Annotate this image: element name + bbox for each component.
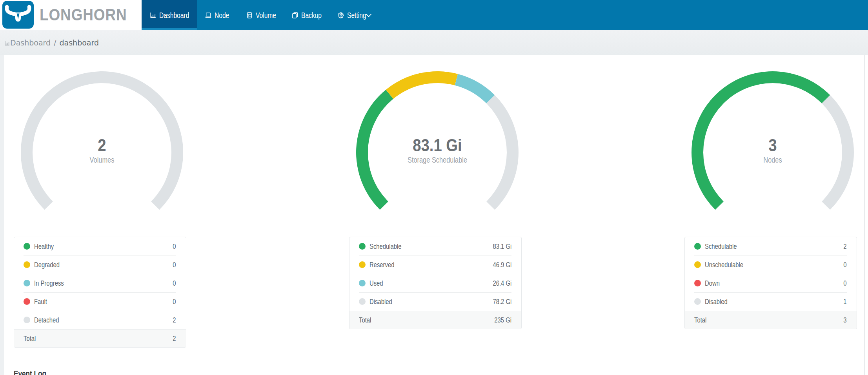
legend-dot (359, 280, 366, 286)
copy-icon (292, 12, 298, 18)
logo[interactable]: LONGHORN (0, 0, 142, 30)
event-log-title: Event Log (14, 369, 55, 375)
volumes-gauge-label: Volumes (90, 155, 115, 164)
legend-row: Disabled 78.2 Gi (349, 292, 521, 311)
legend-value: 2 (173, 316, 176, 324)
event-log-title-text: Event Log (14, 369, 46, 375)
breadcrumb: Dashboard / dashboard (0, 30, 868, 55)
legend-value: 46.9 Gi (493, 261, 511, 269)
legend-total-label: Total (359, 316, 371, 324)
legend-value: 83.1 Gi (493, 242, 511, 251)
legend-label: Unschedulable (705, 261, 743, 269)
nodes-gauge-label: Nodes (763, 155, 782, 164)
legend-row: Reserved 46.9 Gi (349, 255, 521, 274)
legend-total-label: Total (694, 316, 706, 324)
legend-row: Degraded 0 (14, 255, 186, 274)
legend-label: Down (705, 279, 720, 288)
legend-total-label: Total (24, 334, 36, 343)
legend-total-row: Total 2 (14, 329, 186, 347)
tab-node-label: Node (215, 11, 229, 20)
legend-value: 0 (173, 242, 176, 251)
volumes-gauge-value: 2 (98, 136, 106, 155)
legend-dot (24, 243, 30, 250)
tab-volume[interactable]: Volume (238, 0, 284, 30)
legend-row: Unschedulable 0 (685, 255, 857, 274)
legend-label: Degraded (34, 261, 60, 269)
legend-label: Disabled (705, 297, 728, 306)
legend-row: Used 26.4 Gi (349, 274, 521, 292)
legend-label: Used (369, 279, 383, 288)
legend-value: 0 (844, 261, 847, 269)
legend-row: Healthy 0 (14, 237, 186, 255)
nodes-gauge-chart: 3 Nodes (684, 64, 861, 241)
breadcrumb-item-dashboard[interactable]: Dashboard (10, 38, 51, 47)
tab-dashboard[interactable]: Dashboard (142, 0, 197, 30)
legend-label: Fault (34, 297, 47, 306)
navbar: LONGHORN Dashboard Node Volume Backup (0, 0, 868, 30)
legend-value: 0 (173, 279, 176, 288)
dashboard-content: 2 Volumes Healthy 0 Degraded 0 In Progre… (4, 55, 864, 375)
breadcrumb-item-current: dashboard (60, 38, 99, 47)
nodes-legend-table: Schedulable 2 Unschedulable 0 Down 0 Dis… (684, 237, 857, 329)
laptop-icon (205, 12, 211, 18)
scrollbar-track-line (864, 55, 865, 375)
tab-backup-label: Backup (301, 11, 322, 20)
legend-total-row: Total 3 (685, 311, 857, 329)
tab-node[interactable]: Node (197, 0, 238, 30)
legend-dot (694, 298, 701, 305)
legend-label: Disabled (369, 297, 392, 306)
legend-value: 1 (844, 297, 847, 306)
legend-label: Schedulable (369, 242, 402, 251)
breadcrumb-separator: / (54, 38, 56, 47)
legend-row: Schedulable 2 (685, 237, 857, 255)
volumes-gauge-chart: 2 Volumes (13, 64, 191, 241)
logo-text: LONGHORN (40, 5, 127, 24)
database-icon (246, 12, 253, 18)
nodes-gauge-value: 3 (768, 136, 777, 155)
legend-dot (24, 261, 30, 268)
legend-label: Reserved (369, 261, 394, 269)
legend-dot (359, 243, 366, 250)
gear-icon (338, 12, 344, 18)
storage-gauge-label: Storage Schedulable (408, 155, 467, 164)
legend-value: 0 (173, 297, 176, 306)
legend-dot (359, 298, 366, 305)
bar-chart-icon (4, 40, 10, 46)
bar-chart-icon (150, 12, 156, 18)
legend-dot (694, 280, 701, 286)
legend-dot (359, 261, 366, 268)
legend-label: Healthy (34, 242, 54, 251)
legend-total-row: Total 235 Gi (349, 311, 521, 329)
chevron-down-icon (366, 13, 372, 17)
legend-total-value: 235 Gi (494, 316, 511, 324)
storage-gauge-value: 83.1 Gi (413, 136, 462, 155)
tab-setting-label: Setting (347, 11, 366, 20)
legend-dot (694, 243, 701, 250)
tab-backup[interactable]: Backup (284, 0, 329, 30)
longhorn-logo-icon (2, 1, 34, 29)
legend-value: 0 (844, 279, 847, 288)
legend-dot (24, 280, 30, 286)
tab-setting[interactable]: Setting (329, 0, 380, 30)
page-gutter (0, 55, 4, 375)
tab-volume-label: Volume (256, 11, 276, 20)
storage-gauge-chart: 83.1 Gi Storage Schedulable (349, 64, 526, 241)
volumes-legend-table: Healthy 0 Degraded 0 In Progress 0 Fault… (14, 237, 186, 348)
legend-dot (24, 317, 30, 323)
legend-row: In Progress 0 (14, 274, 186, 292)
legend-total-value: 3 (844, 316, 847, 324)
legend-row: Fault 0 (14, 292, 186, 311)
storage-legend-table: Schedulable 83.1 Gi Reserved 46.9 Gi Use… (349, 237, 522, 329)
legend-label: In Progress (34, 279, 64, 288)
legend-total-value: 2 (173, 334, 176, 343)
legend-value: 78.2 Gi (493, 297, 511, 306)
legend-row: Schedulable 83.1 Gi (349, 237, 521, 255)
legend-label: Detached (34, 316, 59, 324)
legend-row: Detached 2 (14, 311, 186, 329)
legend-dot (24, 298, 30, 305)
legend-value: 26.4 Gi (493, 279, 511, 288)
legend-row: Disabled 1 (685, 292, 857, 311)
legend-label: Schedulable (705, 242, 737, 251)
legend-row: Down 0 (685, 274, 857, 292)
tab-dashboard-label: Dashboard (159, 11, 189, 20)
